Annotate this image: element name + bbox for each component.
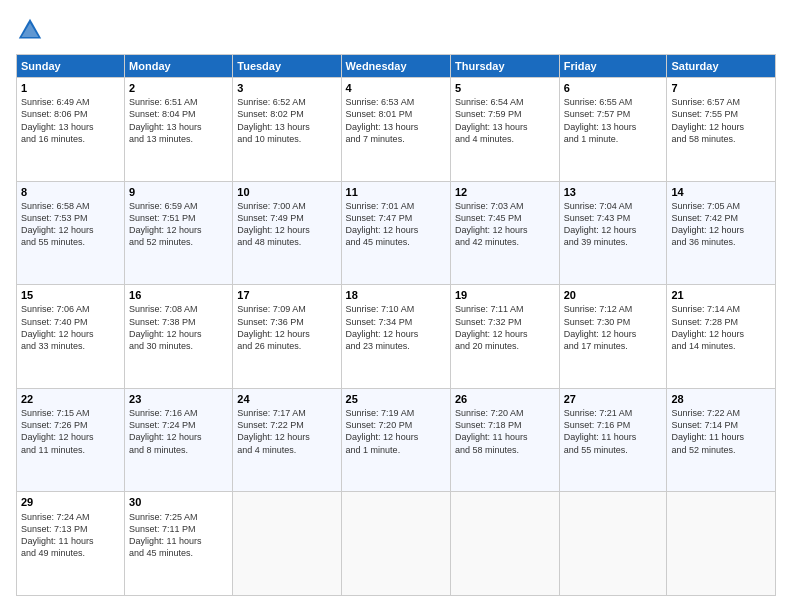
day-number: 25 xyxy=(346,392,446,406)
calendar-week-row: 15Sunrise: 7:06 AM Sunset: 7:40 PM Dayli… xyxy=(17,285,776,389)
calendar-cell: 28Sunrise: 7:22 AM Sunset: 7:14 PM Dayli… xyxy=(667,388,776,492)
calendar-cell xyxy=(450,492,559,596)
day-detail: Sunrise: 7:15 AM Sunset: 7:26 PM Dayligh… xyxy=(21,407,120,456)
day-number: 4 xyxy=(346,81,446,95)
day-detail: Sunrise: 6:55 AM Sunset: 7:57 PM Dayligh… xyxy=(564,96,663,145)
calendar-cell: 2Sunrise: 6:51 AM Sunset: 8:04 PM Daylig… xyxy=(125,78,233,182)
calendar-header-row: SundayMondayTuesdayWednesdayThursdayFrid… xyxy=(17,55,776,78)
calendar-cell: 29Sunrise: 7:24 AM Sunset: 7:13 PM Dayli… xyxy=(17,492,125,596)
day-number: 23 xyxy=(129,392,228,406)
logo-icon xyxy=(16,16,44,44)
day-number: 24 xyxy=(237,392,336,406)
day-detail: Sunrise: 7:21 AM Sunset: 7:16 PM Dayligh… xyxy=(564,407,663,456)
day-number: 11 xyxy=(346,185,446,199)
day-number: 17 xyxy=(237,288,336,302)
day-number: 29 xyxy=(21,495,120,509)
calendar-cell: 6Sunrise: 6:55 AM Sunset: 7:57 PM Daylig… xyxy=(559,78,667,182)
day-detail: Sunrise: 6:51 AM Sunset: 8:04 PM Dayligh… xyxy=(129,96,228,145)
day-detail: Sunrise: 7:04 AM Sunset: 7:43 PM Dayligh… xyxy=(564,200,663,249)
calendar-cell: 19Sunrise: 7:11 AM Sunset: 7:32 PM Dayli… xyxy=(450,285,559,389)
header-monday: Monday xyxy=(125,55,233,78)
calendar-cell: 25Sunrise: 7:19 AM Sunset: 7:20 PM Dayli… xyxy=(341,388,450,492)
day-detail: Sunrise: 7:24 AM Sunset: 7:13 PM Dayligh… xyxy=(21,511,120,560)
day-detail: Sunrise: 7:05 AM Sunset: 7:42 PM Dayligh… xyxy=(671,200,771,249)
calendar-cell xyxy=(667,492,776,596)
day-detail: Sunrise: 7:11 AM Sunset: 7:32 PM Dayligh… xyxy=(455,303,555,352)
day-detail: Sunrise: 7:22 AM Sunset: 7:14 PM Dayligh… xyxy=(671,407,771,456)
day-number: 6 xyxy=(564,81,663,95)
day-detail: Sunrise: 7:03 AM Sunset: 7:45 PM Dayligh… xyxy=(455,200,555,249)
day-detail: Sunrise: 7:09 AM Sunset: 7:36 PM Dayligh… xyxy=(237,303,336,352)
header-friday: Friday xyxy=(559,55,667,78)
calendar-cell: 7Sunrise: 6:57 AM Sunset: 7:55 PM Daylig… xyxy=(667,78,776,182)
calendar-cell: 20Sunrise: 7:12 AM Sunset: 7:30 PM Dayli… xyxy=(559,285,667,389)
calendar-cell: 4Sunrise: 6:53 AM Sunset: 8:01 PM Daylig… xyxy=(341,78,450,182)
calendar-week-row: 29Sunrise: 7:24 AM Sunset: 7:13 PM Dayli… xyxy=(17,492,776,596)
day-number: 7 xyxy=(671,81,771,95)
calendar-cell: 8Sunrise: 6:58 AM Sunset: 7:53 PM Daylig… xyxy=(17,181,125,285)
day-number: 19 xyxy=(455,288,555,302)
calendar-cell: 12Sunrise: 7:03 AM Sunset: 7:45 PM Dayli… xyxy=(450,181,559,285)
calendar-cell: 16Sunrise: 7:08 AM Sunset: 7:38 PM Dayli… xyxy=(125,285,233,389)
calendar-cell: 26Sunrise: 7:20 AM Sunset: 7:18 PM Dayli… xyxy=(450,388,559,492)
calendar-cell: 22Sunrise: 7:15 AM Sunset: 7:26 PM Dayli… xyxy=(17,388,125,492)
day-detail: Sunrise: 6:53 AM Sunset: 8:01 PM Dayligh… xyxy=(346,96,446,145)
calendar-cell: 15Sunrise: 7:06 AM Sunset: 7:40 PM Dayli… xyxy=(17,285,125,389)
day-number: 8 xyxy=(21,185,120,199)
day-detail: Sunrise: 7:12 AM Sunset: 7:30 PM Dayligh… xyxy=(564,303,663,352)
calendar-week-row: 22Sunrise: 7:15 AM Sunset: 7:26 PM Dayli… xyxy=(17,388,776,492)
header-sunday: Sunday xyxy=(17,55,125,78)
day-number: 22 xyxy=(21,392,120,406)
day-detail: Sunrise: 7:01 AM Sunset: 7:47 PM Dayligh… xyxy=(346,200,446,249)
day-detail: Sunrise: 7:06 AM Sunset: 7:40 PM Dayligh… xyxy=(21,303,120,352)
day-number: 28 xyxy=(671,392,771,406)
day-detail: Sunrise: 6:59 AM Sunset: 7:51 PM Dayligh… xyxy=(129,200,228,249)
calendar-cell xyxy=(341,492,450,596)
calendar-cell: 27Sunrise: 7:21 AM Sunset: 7:16 PM Dayli… xyxy=(559,388,667,492)
header-thursday: Thursday xyxy=(450,55,559,78)
header-wednesday: Wednesday xyxy=(341,55,450,78)
calendar-cell: 17Sunrise: 7:09 AM Sunset: 7:36 PM Dayli… xyxy=(233,285,341,389)
day-number: 20 xyxy=(564,288,663,302)
header-tuesday: Tuesday xyxy=(233,55,341,78)
calendar-cell: 23Sunrise: 7:16 AM Sunset: 7:24 PM Dayli… xyxy=(125,388,233,492)
day-detail: Sunrise: 7:10 AM Sunset: 7:34 PM Dayligh… xyxy=(346,303,446,352)
header-saturday: Saturday xyxy=(667,55,776,78)
day-detail: Sunrise: 6:57 AM Sunset: 7:55 PM Dayligh… xyxy=(671,96,771,145)
day-number: 21 xyxy=(671,288,771,302)
day-detail: Sunrise: 6:52 AM Sunset: 8:02 PM Dayligh… xyxy=(237,96,336,145)
day-detail: Sunrise: 7:17 AM Sunset: 7:22 PM Dayligh… xyxy=(237,407,336,456)
day-detail: Sunrise: 7:19 AM Sunset: 7:20 PM Dayligh… xyxy=(346,407,446,456)
day-number: 14 xyxy=(671,185,771,199)
day-number: 2 xyxy=(129,81,228,95)
calendar-cell: 1Sunrise: 6:49 AM Sunset: 8:06 PM Daylig… xyxy=(17,78,125,182)
day-number: 9 xyxy=(129,185,228,199)
page: SundayMondayTuesdayWednesdayThursdayFrid… xyxy=(0,0,792,612)
calendar-cell: 13Sunrise: 7:04 AM Sunset: 7:43 PM Dayli… xyxy=(559,181,667,285)
calendar-cell: 10Sunrise: 7:00 AM Sunset: 7:49 PM Dayli… xyxy=(233,181,341,285)
calendar-cell: 9Sunrise: 6:59 AM Sunset: 7:51 PM Daylig… xyxy=(125,181,233,285)
day-detail: Sunrise: 7:14 AM Sunset: 7:28 PM Dayligh… xyxy=(671,303,771,352)
day-number: 3 xyxy=(237,81,336,95)
day-number: 27 xyxy=(564,392,663,406)
day-detail: Sunrise: 7:00 AM Sunset: 7:49 PM Dayligh… xyxy=(237,200,336,249)
calendar-table: SundayMondayTuesdayWednesdayThursdayFrid… xyxy=(16,54,776,596)
calendar-cell: 14Sunrise: 7:05 AM Sunset: 7:42 PM Dayli… xyxy=(667,181,776,285)
day-detail: Sunrise: 6:58 AM Sunset: 7:53 PM Dayligh… xyxy=(21,200,120,249)
day-number: 30 xyxy=(129,495,228,509)
day-detail: Sunrise: 7:25 AM Sunset: 7:11 PM Dayligh… xyxy=(129,511,228,560)
day-detail: Sunrise: 6:49 AM Sunset: 8:06 PM Dayligh… xyxy=(21,96,120,145)
calendar-cell: 30Sunrise: 7:25 AM Sunset: 7:11 PM Dayli… xyxy=(125,492,233,596)
day-number: 26 xyxy=(455,392,555,406)
day-detail: Sunrise: 6:54 AM Sunset: 7:59 PM Dayligh… xyxy=(455,96,555,145)
calendar-cell: 5Sunrise: 6:54 AM Sunset: 7:59 PM Daylig… xyxy=(450,78,559,182)
calendar-cell xyxy=(559,492,667,596)
header xyxy=(16,16,776,44)
day-detail: Sunrise: 7:08 AM Sunset: 7:38 PM Dayligh… xyxy=(129,303,228,352)
day-number: 12 xyxy=(455,185,555,199)
calendar-cell: 11Sunrise: 7:01 AM Sunset: 7:47 PM Dayli… xyxy=(341,181,450,285)
day-number: 18 xyxy=(346,288,446,302)
calendar-week-row: 8Sunrise: 6:58 AM Sunset: 7:53 PM Daylig… xyxy=(17,181,776,285)
calendar-cell xyxy=(233,492,341,596)
calendar-cell: 24Sunrise: 7:17 AM Sunset: 7:22 PM Dayli… xyxy=(233,388,341,492)
